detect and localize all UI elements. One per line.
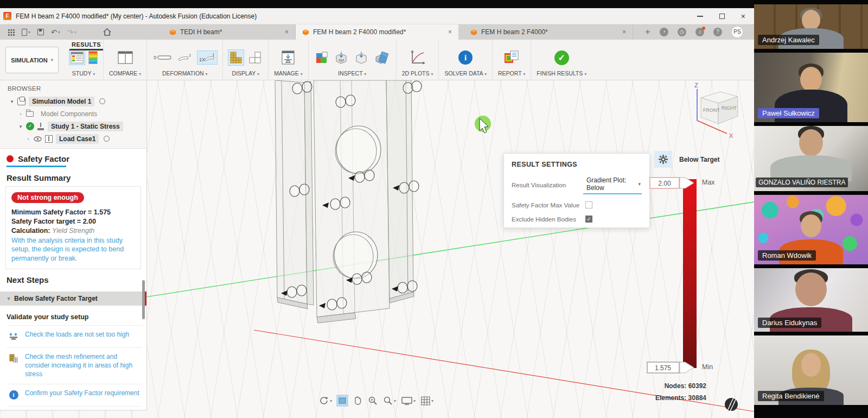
redo-button[interactable]: ↷▾ (67, 28, 76, 36)
group-label[interactable]: DEFORMATION ▾ (162, 70, 208, 77)
notifications-bell-icon[interactable]: ♪ (695, 28, 704, 36)
result-type-title[interactable]: Safety Factor (0, 149, 146, 166)
group-label[interactable]: REPORT ▾ (498, 70, 525, 77)
participant-video[interactable]: Regita Bendikienė (754, 335, 868, 405)
nodes-count: Nodes: 60392 (665, 382, 706, 390)
participant-video[interactable]: Darius Eidukynas (754, 268, 868, 332)
file-menu-button[interactable]: ▾ (22, 29, 30, 36)
help-icon[interactable]: ? (713, 28, 722, 36)
close-button[interactable]: × (741, 14, 745, 19)
document-icon (169, 29, 176, 36)
tab-fem-h-beam[interactable]: FEM H beam 2 F4000* × (464, 24, 633, 40)
app-grid-icon[interactable] (8, 29, 15, 36)
tab-close-icon[interactable]: × (622, 28, 626, 36)
new-tab-button[interactable]: + (645, 27, 650, 37)
tab-tedi-h-beam[interactable]: TEDI H beam* × (163, 24, 296, 40)
tree-item-study[interactable]: ▾✓ Study 1 - Static Stress (0, 120, 146, 132)
ribbon-tab-results[interactable]: RESULTS (69, 41, 103, 50)
compare-icon[interactable] (117, 50, 134, 65)
visibility-eye-icon[interactable] (34, 136, 42, 142)
tree-item-load-case[interactable]: › Load Case1 (0, 132, 146, 145)
minimize-button[interactable] (697, 16, 703, 17)
radio-icon[interactable] (99, 98, 105, 104)
step-confirm-requirement[interactable]: i Confirm your Safety Factor requirement (7, 384, 142, 406)
zoom-icon[interactable] (367, 395, 379, 407)
surface-probe-icon[interactable] (353, 49, 369, 66)
fusion-window: F FEM H beam 2 F4000 modified* (My cente… (0, 0, 754, 418)
tab-close-icon[interactable]: × (448, 28, 452, 36)
validate-box: Validate your study setup Check the load… (0, 306, 146, 411)
home-icon[interactable] (103, 28, 111, 36)
loads-icon (8, 330, 20, 342)
svg-text:I: I (189, 53, 191, 58)
analysis-note: With the analysis criteria in this study… (11, 236, 135, 263)
restore-button[interactable] (719, 14, 725, 19)
group-label[interactable]: COMPARE ▾ (109, 70, 141, 77)
result-summary-heading: Result Summary (0, 167, 146, 186)
report-icon[interactable] (503, 49, 520, 66)
step-nonlinear-study[interactable]: If the Displacement result shows high di… (7, 406, 142, 410)
deformation-none-icon[interactable]: 0 (152, 53, 173, 62)
exclude-hidden-checkbox[interactable]: ✓ (585, 216, 592, 223)
group-label[interactable]: STUDY ▾ (72, 70, 95, 77)
group-label[interactable]: 2D PLOTS ▾ (402, 70, 433, 77)
point-probe-xyz-icon[interactable]: xyz (333, 49, 349, 66)
display-settings-icon[interactable]: ▾ (400, 395, 417, 406)
finish-results-icon[interactable]: ✓ (554, 50, 569, 65)
tab-label: FEM H beam 2 F4000* (481, 28, 548, 36)
autodesk-badge[interactable] (725, 398, 738, 411)
look-at-icon[interactable] (336, 395, 348, 407)
legend-max-tag[interactable]: 2.00 (649, 177, 698, 189)
participant-video[interactable]: Roman Wdowik (754, 195, 868, 264)
workspace-selector[interactable]: SIMULATION▾ (5, 47, 59, 73)
step-check-loads[interactable]: Check the loads are not set too high (7, 325, 142, 347)
participant-video[interactable]: Andrzej Kawalec (754, 4, 868, 49)
participant-video[interactable]: Paweł Sułkowicz (754, 53, 868, 122)
video-call-strip: Andrzej Kawalec Paweł Sułkowicz GONZALO … (754, 0, 868, 418)
extensions-icon[interactable]: ◔ (660, 28, 668, 36)
group-label[interactable]: MANAGE ▾ (274, 70, 302, 77)
screen: F FEM H beam 2 F4000 modified* (My cente… (0, 0, 868, 418)
viewport-canvas[interactable]: FRONT RIGHT Z X BROWSER ▾ Simulation Mod… (0, 80, 754, 418)
participant-video[interactable]: GONZALO VALIÑO RIESTRA (754, 126, 868, 191)
y-axis-line (136, 202, 754, 299)
mesh-display-on-icon[interactable] (228, 50, 244, 65)
tree-item-simulation-model[interactable]: ▾ Simulation Model 1 (0, 95, 146, 107)
radio-icon[interactable] (104, 136, 110, 142)
job-status-icon[interactable]: ◷ (678, 28, 686, 36)
interpolate-icon[interactable] (314, 50, 329, 65)
step-check-mesh[interactable]: Check the mesh refinement and consider i… (7, 347, 142, 384)
pan-icon[interactable] (352, 395, 363, 407)
legend-settings-gear-icon[interactable] (654, 151, 672, 168)
plot-icon[interactable] (409, 49, 427, 66)
tree-item-model-components[interactable]: › Model Components (0, 107, 146, 120)
study-results-icon[interactable] (69, 50, 85, 65)
document-icon (302, 29, 309, 36)
view-cube[interactable]: FRONT RIGHT Z X (682, 81, 743, 141)
solver-data-icon[interactable]: i (458, 50, 473, 65)
mesh-display-off-icon[interactable] (247, 50, 263, 65)
legend-min-tag[interactable]: 1.575 (647, 362, 698, 374)
visualization-dropdown[interactable]: Gradient Plot: Below▾ (583, 175, 642, 194)
grid-settings-icon[interactable]: ▾ (420, 395, 435, 407)
group-label[interactable]: INSPECT ▾ (338, 70, 366, 77)
max-value-checkbox[interactable] (585, 201, 592, 208)
zoom-window-icon[interactable]: ▾ (382, 395, 397, 407)
orbit-icon[interactable]: ▾ (318, 395, 333, 407)
below-target-row[interactable]: ▾ Below Safety Factor Target (0, 292, 146, 306)
document-icon (470, 29, 477, 36)
undo-button[interactable]: ↶▾ (51, 28, 60, 36)
panel-scrollbar[interactable] (142, 280, 145, 319)
deformation-actual-icon[interactable]: I (176, 52, 194, 64)
tab-close-icon[interactable]: × (285, 28, 289, 36)
group-label[interactable]: DISPLAY ▾ (232, 70, 259, 77)
save-button[interactable] (37, 29, 44, 35)
slice-plane-icon[interactable] (373, 49, 391, 66)
tab-fem-h-beam-modified[interactable]: FEM H beam 2 F4000 modified* × (296, 24, 458, 40)
manage-icon[interactable] (280, 49, 296, 66)
profile-avatar[interactable]: PS (731, 26, 743, 38)
legend-display-icon[interactable] (88, 51, 98, 64)
deformation-scaled-icon[interactable]: 1XI (197, 51, 217, 64)
group-label[interactable]: FINISH RESULTS ▾ (537, 70, 586, 77)
group-label[interactable]: SOLVER DATA ▾ (444, 70, 487, 77)
